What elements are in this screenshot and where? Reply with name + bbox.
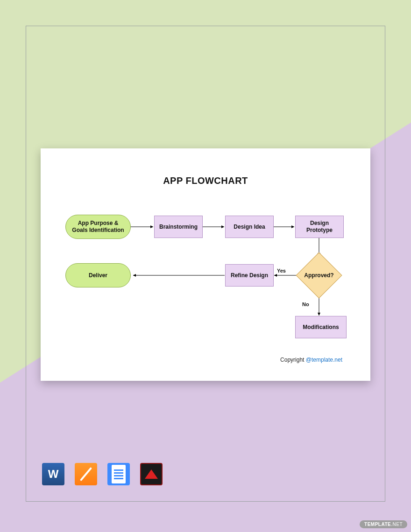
node-design-prototype: Design Prototype bbox=[295, 216, 344, 238]
word-icon[interactable] bbox=[42, 463, 64, 485]
edge-label-no: No bbox=[302, 301, 309, 307]
node-deliver: Deliver bbox=[65, 263, 131, 287]
watermark-brand: TEMPLATE bbox=[364, 522, 391, 527]
flowchart-card: APP FLOWCHART App Purpose & Goals Identi… bbox=[41, 148, 370, 381]
watermark-tld: .NET bbox=[391, 522, 403, 527]
node-design-idea: Design Idea bbox=[225, 216, 274, 238]
edge-label-yes: Yes bbox=[277, 268, 286, 273]
copyright-prefix: Copyright bbox=[280, 357, 306, 363]
node-start: App Purpose & Goals Identification bbox=[65, 215, 131, 239]
pages-icon[interactable] bbox=[75, 463, 97, 485]
node-approved-label: Approved? bbox=[304, 272, 333, 279]
google-docs-icon[interactable] bbox=[107, 463, 130, 485]
copyright-link[interactable]: @template.net bbox=[306, 357, 342, 363]
node-refine-design: Refine Design bbox=[225, 264, 274, 287]
node-brainstorming: Brainstorming bbox=[154, 216, 203, 238]
node-approved-decision: Approved? bbox=[297, 253, 341, 298]
copyright-line: Copyright @template.net bbox=[280, 357, 342, 363]
format-icons-row bbox=[42, 463, 163, 485]
flowchart-title: APP FLOWCHART bbox=[41, 175, 370, 186]
watermark-badge: TEMPLATE.NET bbox=[360, 520, 407, 528]
node-modifications: Modifications bbox=[295, 316, 347, 338]
pdf-icon[interactable] bbox=[140, 463, 163, 485]
